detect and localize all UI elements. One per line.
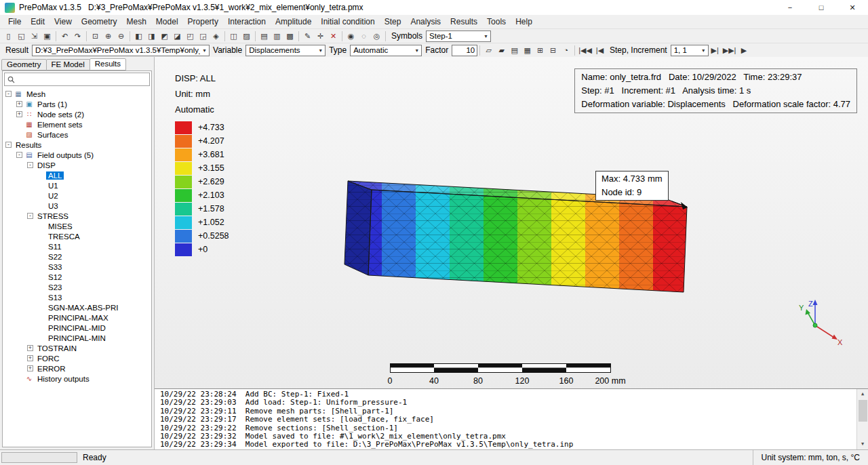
tree-item-stress[interactable]: -STRESS	[3, 211, 151, 221]
expand-icon[interactable]: +	[27, 365, 33, 371]
zoom-in-icon[interactable]: ⊕	[102, 30, 115, 42]
collapse-icon[interactable]: -	[5, 91, 12, 97]
menu-item-help[interactable]: Help	[511, 16, 537, 28]
view-front-icon[interactable]: ◧	[132, 30, 145, 42]
wireframe-icon[interactable]: ▤	[258, 30, 271, 42]
tree-item-principal-mid[interactable]: PRINCIPAL-MID	[3, 323, 151, 333]
tree-item-principal-min[interactable]: PRINCIPAL-MIN	[3, 333, 151, 343]
maximize-button[interactable]: □	[806, 0, 837, 15]
show-only-selected-icon[interactable]: ◎	[370, 30, 383, 42]
tree-item-s33[interactable]: S33	[3, 262, 151, 272]
tree-item-s12[interactable]: S12	[3, 272, 151, 282]
first-increment-icon[interactable]: |◀◀	[577, 44, 593, 56]
last-increment-icon[interactable]: ▶▶|	[722, 44, 738, 56]
scroll-down-icon[interactable]: ▼	[857, 439, 868, 449]
menu-item-analysis[interactable]: Analysis	[406, 16, 446, 28]
menu-item-initial-condition[interactable]: Initial condition	[316, 16, 379, 28]
tree-item-s22[interactable]: S22	[3, 251, 151, 262]
transparency-icon[interactable]: ▨	[240, 30, 253, 42]
tree-item-error[interactable]: +ERROR	[3, 363, 151, 373]
section-view-icon[interactable]: ◫	[227, 30, 240, 42]
tree-item-u1[interactable]: U1	[3, 180, 151, 190]
tree-item-tresca[interactable]: TRESCA	[3, 231, 151, 241]
new-file-icon[interactable]: ▯	[2, 30, 15, 42]
tree-item-u3[interactable]: U3	[3, 201, 151, 211]
next-increment-icon[interactable]: ▶|	[709, 44, 722, 56]
tree-item-history-outputs[interactable]: ∿History outputs	[3, 373, 151, 384]
type-combo[interactable]: Automatic ▾	[350, 45, 422, 56]
scroll-up-icon[interactable]: ▲	[857, 389, 868, 399]
tab-fe-model[interactable]: FE Model	[46, 59, 90, 70]
menu-item-amplitude[interactable]: Amplitude	[271, 16, 316, 28]
tree-item-results[interactable]: -Results	[3, 140, 151, 150]
results-table-icon[interactable]: ⊟	[547, 44, 559, 56]
tree-item-forc[interactable]: +FORC	[3, 353, 151, 363]
symbols-combo[interactable]: Step-1 ▾	[426, 31, 491, 42]
tree-item-tostrain[interactable]: +TOSTRAIN	[3, 343, 151, 353]
measure-icon[interactable]: ✕	[327, 30, 340, 42]
open-file-icon[interactable]: ◱	[15, 30, 28, 42]
previous-increment-icon[interactable]: |◀	[593, 44, 606, 56]
zoom-fit-icon[interactable]: ⊡	[89, 30, 102, 42]
view-back-icon[interactable]: ◨	[145, 30, 158, 42]
menu-item-mesh[interactable]: Mesh	[122, 16, 151, 28]
query-icon[interactable]: ✛	[314, 30, 327, 42]
menu-item-edit[interactable]: Edit	[26, 16, 50, 28]
save-icon[interactable]: ▣	[41, 30, 54, 42]
expand-icon[interactable]: +	[16, 101, 22, 107]
show-deformed-icon[interactable]: ▰	[495, 44, 508, 56]
zoom-out-icon[interactable]: ⊖	[115, 30, 127, 42]
menu-item-model[interactable]: Model	[151, 16, 183, 28]
legend-settings-icon[interactable]: ▤	[508, 44, 521, 56]
play-animation-icon[interactable]: ▶	[737, 44, 750, 56]
variable-combo[interactable]: Displacements ▾	[245, 45, 326, 56]
collapse-icon[interactable]: -	[27, 213, 33, 219]
expand-icon[interactable]: +	[27, 345, 33, 351]
expand-icon[interactable]: +	[27, 355, 33, 361]
menu-item-tools[interactable]: Tools	[482, 16, 511, 28]
view-left-icon[interactable]: ◩	[158, 30, 171, 42]
view-right-icon[interactable]: ◪	[171, 30, 184, 42]
viewport-3d[interactable]: DISP: ALLUnit: mmAutomatic +4.733+4.207+…	[155, 57, 868, 388]
tree-item-s11[interactable]: S11	[3, 241, 151, 251]
tab-results[interactable]: Results	[90, 58, 126, 70]
status-block-settings-icon[interactable]: ▦	[521, 44, 534, 56]
close-button[interactable]: ✕	[837, 0, 868, 15]
tree-item-s13[interactable]: S13	[3, 292, 151, 302]
tree-item-node-sets-2[interactable]: +∷Node sets (2)	[3, 109, 151, 119]
menu-item-file[interactable]: File	[3, 16, 26, 28]
log-scrollbar[interactable]: ▲ ▼	[856, 389, 868, 449]
shaded-with-edges-icon[interactable]: ▥	[271, 30, 283, 42]
shaded-icon[interactable]: ▩	[283, 30, 296, 42]
import-file-icon[interactable]: ⇲	[28, 30, 41, 42]
hide-selected-icon[interactable]: ◌	[357, 30, 370, 42]
annotate-icon[interactable]: ✎	[301, 30, 314, 42]
tree-item-principal-max[interactable]: PRINCIPAL-MAX	[3, 312, 151, 323]
tree-item-parts-1[interactable]: +▣Parts (1)	[3, 99, 151, 109]
tree-item-sgn-max-abs-pri[interactable]: SGN-MAX-ABS-PRI	[3, 302, 151, 312]
view-top-icon[interactable]: ◰	[184, 30, 197, 42]
undo-icon[interactable]: ↶	[58, 30, 71, 42]
animation-icon[interactable]: ◔	[559, 44, 572, 56]
tree-item-all[interactable]: ALL	[3, 170, 151, 180]
tree-item-mesh[interactable]: -▦Mesh	[3, 89, 151, 99]
factor-input[interactable]	[452, 45, 477, 56]
redo-icon[interactable]: ↷	[71, 30, 84, 42]
menu-item-view[interactable]: View	[50, 16, 77, 28]
scrollbar-thumb[interactable]	[859, 400, 867, 422]
view-bottom-icon[interactable]: ◲	[197, 30, 210, 42]
tree-item-field-outputs-5[interactable]: -▤Field outputs (5)	[3, 150, 151, 160]
collapse-icon[interactable]: -	[5, 142, 12, 148]
tree-item-element-sets[interactable]: ▦Element sets	[3, 119, 151, 129]
expand-icon[interactable]: +	[16, 111, 22, 117]
collapse-icon[interactable]: -	[27, 162, 33, 168]
show-all-icon[interactable]: ◉	[344, 30, 357, 42]
collapse-icon[interactable]: -	[16, 152, 22, 158]
tree-item-disp[interactable]: -DISP	[3, 160, 151, 170]
tree-item-u2[interactable]: U2	[3, 190, 151, 201]
menu-item-interaction[interactable]: Interaction	[223, 16, 271, 28]
menu-item-results[interactable]: Results	[446, 16, 482, 28]
tree-item-s23[interactable]: S23	[3, 282, 151, 292]
menu-item-step[interactable]: Step	[380, 16, 406, 28]
min-max-marker-icon[interactable]: ⊞	[534, 44, 547, 56]
